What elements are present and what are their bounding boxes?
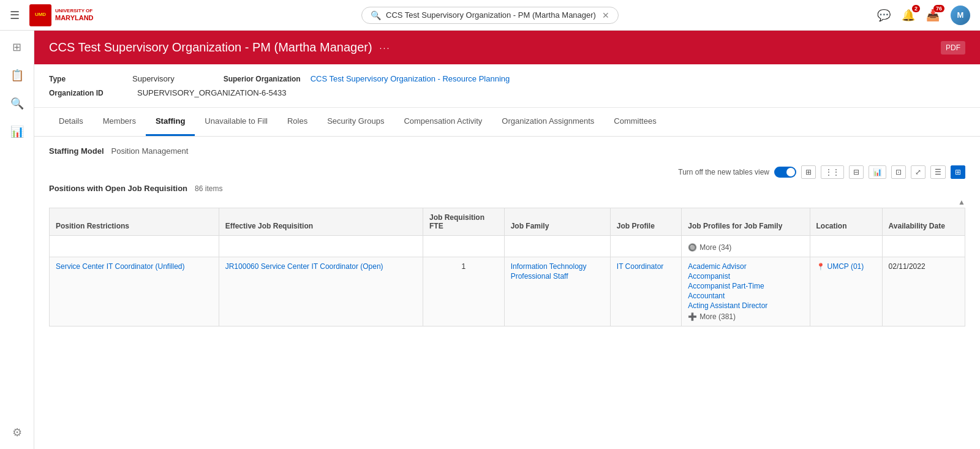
avatar[interactable]: M bbox=[951, 6, 970, 25]
job-family-line2-link[interactable]: Professional Staff bbox=[511, 272, 604, 281]
tab-details[interactable]: Details bbox=[49, 108, 93, 136]
toggle-knob bbox=[786, 168, 795, 176]
toggle-label: Turn off the new tables view bbox=[678, 168, 769, 176]
cell-profile-filter bbox=[610, 236, 682, 257]
col-job-profile: Job Profile bbox=[610, 208, 682, 236]
tab-members[interactable]: Members bbox=[93, 108, 146, 136]
pdf-button[interactable]: PDF bbox=[941, 41, 965, 55]
cell-avail-filter bbox=[882, 236, 965, 257]
grid-tiles-btn[interactable]: ⊞ bbox=[951, 165, 965, 179]
cell-job-family: Information Technology Professional Staf… bbox=[504, 257, 610, 326]
app-layout: ⊞ 📋 🔍 📊 ⚙ CCS Test Supervisory Organizat… bbox=[0, 31, 980, 449]
scroll-up-icon[interactable]: ▲ bbox=[958, 198, 965, 206]
acting-asst-director-link[interactable]: Acting Assistant Director bbox=[688, 301, 803, 310]
cell-location: 📍 UMCP (01) bbox=[810, 257, 882, 326]
tab-staffing[interactable]: Staffing bbox=[146, 108, 195, 136]
bell-badge: 2 bbox=[912, 5, 920, 12]
accountant-link[interactable]: Accountant bbox=[688, 292, 803, 300]
logo-line1: UNIVERSITY OF bbox=[55, 8, 94, 14]
hamburger-icon[interactable]: ☰ bbox=[10, 9, 20, 22]
page-header: CCS Test Supervisory Organization - PM (… bbox=[34, 31, 980, 64]
nav-left: ☰ UMD UNIVERSITY OF MARYLAND bbox=[10, 4, 94, 26]
tab-org-assignments[interactable]: Organization Assignments bbox=[492, 108, 604, 136]
main-content: CCS Test Supervisory Organization - PM (… bbox=[34, 31, 980, 449]
type-value: Supervisory bbox=[132, 74, 175, 83]
tab-bar: Details Members Staffing Unavailable to … bbox=[34, 108, 980, 137]
tab-security-groups[interactable]: Security Groups bbox=[317, 108, 394, 136]
sidebar-grid-icon[interactable]: ⊞ bbox=[12, 40, 21, 54]
org-id-label: Organization ID bbox=[49, 89, 123, 97]
more-options-icon[interactable]: ··· bbox=[380, 43, 391, 53]
positions-table: Position Restrictions Effective Job Requ… bbox=[49, 208, 965, 326]
sidebar-settings-icon[interactable]: ⚙ bbox=[12, 426, 22, 439]
fullscreen-btn[interactable]: ⤢ bbox=[911, 165, 925, 179]
org-id-value: SUPERVISORY_ORGANIZATION-6-5433 bbox=[137, 88, 286, 97]
logo: UMD UNIVERSITY OF MARYLAND bbox=[29, 4, 94, 26]
more-34-link[interactable]: 🔘 More (34) bbox=[688, 243, 803, 252]
position-restriction-link[interactable]: Service Center IT Coordinator (Unfilled) bbox=[56, 262, 213, 271]
sidebar-report-icon[interactable]: 📋 bbox=[10, 69, 24, 82]
more-381-link[interactable]: ➕ More (381) bbox=[688, 312, 803, 321]
cell-job-profiles-family: Academic Advisor Accompanist Accompanist… bbox=[682, 257, 810, 326]
export-excel-btn[interactable]: ⊞ bbox=[801, 165, 816, 179]
table-controls: Turn off the new tables view ⊞ ⋮⋮ ⊟ 📊 ⊡ … bbox=[49, 165, 965, 179]
sidebar-search-icon[interactable]: 🔍 bbox=[10, 97, 24, 110]
cell-effective-job-req: JR100060 Service Center IT Coordinator (… bbox=[219, 257, 423, 326]
col-availability: Availability Date bbox=[882, 208, 965, 236]
cell-location-filter bbox=[810, 236, 882, 257]
more-381-icon: ➕ bbox=[688, 312, 697, 321]
new-tables-toggle[interactable] bbox=[774, 167, 796, 178]
location-pin-icon: 📍 bbox=[816, 263, 825, 271]
cell-pos-filter bbox=[50, 236, 219, 257]
tab-unavailable[interactable]: Unavailable to Fill bbox=[195, 108, 277, 136]
search-clear-icon[interactable]: ✕ bbox=[602, 10, 609, 20]
superior-org-label: Superior Organization bbox=[224, 75, 301, 83]
accompanist-pt-link[interactable]: Accompanist Part-Time bbox=[688, 282, 803, 290]
job-req-link[interactable]: JR100060 Service Center IT Coordinator (… bbox=[225, 262, 417, 271]
inbox-icon[interactable]: 📥 76 bbox=[926, 9, 940, 22]
grid-view-btn[interactable]: ⊡ bbox=[891, 165, 906, 179]
location-link[interactable]: UMCP (01) bbox=[827, 262, 864, 271]
col-location: Location bbox=[810, 208, 882, 236]
tab-committees[interactable]: Committees bbox=[604, 108, 666, 136]
table-section-header: Positions with Open Job Requisition 86 i… bbox=[49, 184, 965, 193]
accompanist-link[interactable]: Accompanist bbox=[688, 272, 803, 281]
col-effective-job-req: Effective Job Requisition bbox=[219, 208, 423, 236]
location-row: 📍 UMCP (01) bbox=[816, 262, 876, 271]
search-magnifier-icon: 🔍 bbox=[371, 10, 381, 20]
table-row-filter: 🔘 More (34) bbox=[50, 236, 965, 257]
more-icon: 🔘 bbox=[688, 243, 697, 252]
cell-req-filter bbox=[219, 236, 423, 257]
type-label: Type bbox=[49, 75, 123, 83]
academic-advisor-link[interactable]: Academic Advisor bbox=[688, 262, 803, 271]
col-job-family: Job Family bbox=[504, 208, 610, 236]
cell-family-filter bbox=[504, 236, 610, 257]
search-bar[interactable]: 🔍 ✕ bbox=[361, 7, 619, 24]
sidebar-chart-icon[interactable]: 📊 bbox=[10, 125, 24, 138]
cell-availability-date: 02/11/2022 bbox=[882, 257, 965, 326]
content-area: Staffing Model Position Management Turn … bbox=[34, 137, 980, 336]
page-title: CCS Test Supervisory Organization - PM (… bbox=[49, 40, 390, 55]
bell-icon[interactable]: 🔔 2 bbox=[902, 9, 915, 22]
col-job-profiles-family: Job Profiles for Job Family bbox=[682, 208, 810, 236]
filter-btn[interactable]: ⊟ bbox=[849, 165, 864, 179]
job-family-line1-link[interactable]: Information Technology bbox=[511, 262, 604, 271]
tab-roles[interactable]: Roles bbox=[277, 108, 317, 136]
type-row: Type Supervisory Superior Organization C… bbox=[49, 74, 965, 83]
cell-fte: 1 bbox=[423, 257, 505, 326]
table-row: Service Center IT Coordinator (Unfilled)… bbox=[50, 257, 965, 326]
tab-compensation[interactable]: Compensation Activity bbox=[394, 108, 492, 136]
cell-profiles-family-filter[interactable]: 🔘 More (34) bbox=[682, 236, 810, 257]
job-profile-link[interactable]: IT Coordinator bbox=[617, 262, 676, 271]
list-view-btn[interactable]: ☰ bbox=[930, 165, 946, 179]
superior-org-link[interactable]: CCS Test Supervisory Organization - Reso… bbox=[311, 74, 510, 83]
search-input[interactable] bbox=[386, 10, 597, 20]
column-select-btn[interactable]: ⋮⋮ bbox=[821, 165, 844, 179]
inbox-badge: 76 bbox=[933, 5, 944, 12]
staffing-model-value: Position Management bbox=[111, 146, 189, 156]
cell-job-profile: IT Coordinator bbox=[610, 257, 682, 326]
bar-chart-btn[interactable]: 📊 bbox=[869, 165, 886, 179]
chat-icon[interactable]: 💬 bbox=[877, 9, 891, 22]
cell-position-restriction: Service Center IT Coordinator (Unfilled) bbox=[50, 257, 219, 326]
sidebar: ⊞ 📋 🔍 📊 ⚙ bbox=[0, 31, 34, 449]
